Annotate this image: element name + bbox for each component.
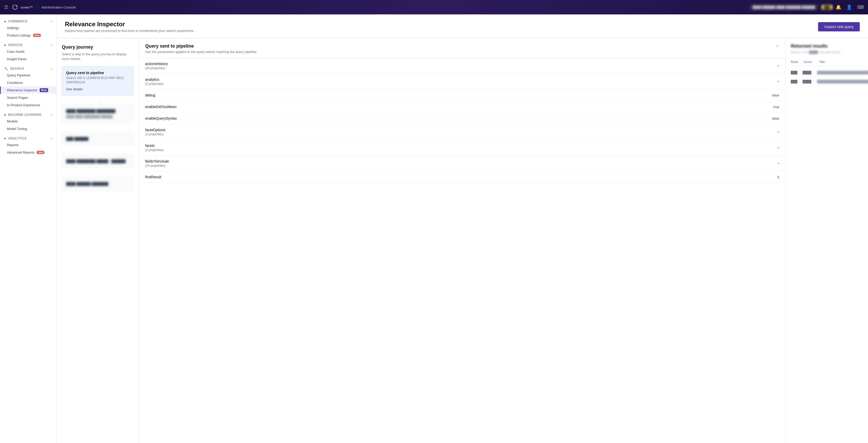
pipeline-row-facetOptions-name: facetOptions: [145, 128, 165, 132]
journey-card-blurred-4[interactable]: ████ ██████ ███████: [62, 177, 133, 191]
pipeline-row-enableQuerySyntax-left: enableQuerySyntax: [145, 116, 177, 121]
sidebar-section-machine-learning[interactable]: ● Machine Learning ▾: [0, 111, 56, 117]
journey-card-blurred-2[interactable]: ███ ██████: [62, 132, 133, 146]
hamburger-menu-icon[interactable]: ☰: [4, 4, 8, 10]
chevron-up-icon-search: ▴: [51, 67, 52, 70]
expand-actionsHistory-icon: ▾: [778, 64, 779, 68]
journey-arrow-2: ↓: [64, 126, 133, 131]
query-journey-subtitle: Select a step in the query journey to di…: [62, 52, 133, 61]
journey-arrow-4: ↓: [64, 171, 133, 176]
pipeline-row-fieldsToInclude[interactable]: fieldsToInclude (24 properties) ▾: [139, 156, 785, 171]
journey-card-blurred-2-title: ███ ██████: [66, 136, 129, 141]
sidebar-section-search-label: 🔍 Search: [4, 67, 24, 70]
expand-facetOptions-icon: ▾: [778, 130, 779, 134]
sidebar-item-case-assist-label: Case Assist: [7, 49, 25, 54]
pipeline-row-enableQuerySyntax-name: enableQuerySyntax: [145, 116, 177, 121]
nav-divider: [37, 4, 37, 10]
journey-card-blurred-1[interactable]: ████ ████████ ████████ ████ ████ ███████…: [62, 104, 133, 123]
pipeline-row-firstResult-name: firstResult: [145, 175, 161, 179]
pipeline-row-facets-right: ▾: [778, 146, 779, 149]
result-row-1[interactable]: ███ ████ ███████████████████████████████…: [791, 68, 863, 77]
pipeline-row-facetOptions-props: (1 properties): [145, 133, 165, 136]
sidebar-section-machine-learning-label: ● Machine Learning: [4, 113, 42, 116]
sidebar-section-search[interactable]: 🔍 Search ▴: [0, 65, 56, 71]
sidebar-item-conditions[interactable]: Conditions: [0, 79, 56, 87]
sidebar-item-in-product-experience[interactable]: In-Product Experience: [0, 101, 56, 109]
pipeline-row-analytics-right: ▾: [778, 80, 779, 83]
results-rank-header: Rank: [791, 60, 799, 64]
sidebar-item-search-pages[interactable]: Search Pages: [0, 94, 56, 101]
expand-fieldsToInclude-icon: ▾: [778, 162, 779, 165]
pipeline-close-icon[interactable]: ×: [776, 43, 779, 49]
relevance-inspector-beta-badge: Beta: [40, 88, 49, 92]
result-1-score: ████: [803, 71, 813, 74]
pipeline-row-actionsHistory[interactable]: actionsHistory (20 properties) ▾: [139, 58, 785, 74]
sidebar-section-commerce[interactable]: ● Commerce ▾: [0, 18, 56, 24]
journey-card-blurred-3[interactable]: ████ ████████ █████ - ██████: [62, 155, 133, 168]
three-column-layout: Query journey Select a step in the query…: [57, 38, 868, 443]
sidebar-item-query-pipelines[interactable]: Query Pipelines: [0, 71, 56, 79]
sidebar-item-models[interactable]: Models: [0, 117, 56, 125]
sidebar-item-advanced-reports-label: Advanced Reports: [7, 150, 34, 155]
sidebar-item-reports[interactable]: Reports: [0, 141, 56, 149]
pipeline-row-enableDidYouMean-name: enableDidYouMean: [145, 105, 177, 109]
pipeline-row-fieldsToInclude-props: (24 properties): [145, 164, 169, 168]
result-row-2[interactable]: ███ ████ ███████████████████████████████…: [791, 77, 863, 86]
pipeline-row-enableDidYouMean[interactable]: enableDidYouMean true: [139, 101, 785, 113]
coveo-logo-icon: [11, 4, 19, 11]
journey-card-blurred-3-title: ████ ████████ █████ - ██████: [66, 159, 129, 164]
pipeline-row-facetOptions[interactable]: facetOptions (1 properties) ▾: [139, 124, 785, 140]
sidebar-item-insight-panel[interactable]: Insight Panel: [0, 55, 56, 63]
console-label: Administration Console: [41, 5, 76, 9]
pipeline-row-enableQuerySyntax[interactable]: enableQuerySyntax false: [139, 113, 785, 124]
chevron-down-icon-ml: ▾: [51, 113, 52, 116]
nav-icons: 🔔 👤 ⌨: [836, 4, 864, 10]
see-details-link[interactable]: See details: [66, 87, 129, 91]
result-1-title: ███████████████████████████████████████: [817, 71, 868, 74]
terminal-icon[interactable]: ⌨: [857, 4, 864, 10]
sidebar-item-in-product-experience-label: In-Product Experience: [7, 103, 40, 107]
user-account-icon[interactable]: 👤: [846, 4, 852, 10]
pipeline-row-enableDidYouMean-right: true: [774, 105, 779, 109]
inspect-new-query-button[interactable]: Inspect new query: [818, 22, 860, 31]
journey-card-blurred-1-title: ████ ████████ ████████: [66, 109, 129, 114]
pipeline-row-actionsHistory-left: actionsHistory (20 properties): [145, 62, 168, 70]
pipeline-row-analytics[interactable]: analytics (5 properties) ▾: [139, 74, 785, 90]
sidebar-section-analytics[interactable]: ● Analytics ▾: [0, 135, 56, 141]
pipeline-row-fieldsToInclude-left: fieldsToInclude (24 properties): [145, 159, 169, 168]
journey-card-query-sent-subtitle: Search UID is 12345678-9123-4567-8912-34…: [66, 76, 129, 84]
notifications-icon[interactable]: 🔔: [836, 4, 841, 10]
pipeline-row-facets[interactable]: facets (2 properties) ▾: [139, 140, 785, 156]
sidebar-section-service[interactable]: ● Service ▾: [0, 41, 56, 48]
sidebar-item-case-assist[interactable]: Case Assist: [0, 48, 56, 55]
pipeline-row-debug-left: debug: [145, 93, 155, 97]
results-title: Returned results: [791, 43, 863, 49]
pipeline-row-actionsHistory-props: (20 properties): [145, 66, 168, 70]
pipeline-header-left: Query sent to pipeline See the parameter…: [145, 43, 257, 54]
sidebar-item-model-tuning-label: Model Tuning: [7, 127, 27, 131]
pipeline-row-analytics-name: analytics: [145, 77, 163, 81]
pipeline-row-actionsHistory-right: ▾: [778, 64, 779, 68]
pipeline-row-firstResult[interactable]: firstResult 0: [139, 171, 785, 183]
journey-card-query-sent[interactable]: Query sent to pipeline Search UID is 123…: [62, 66, 133, 96]
expand-analytics-icon: ▾: [778, 80, 779, 83]
sidebar-item-model-tuning[interactable]: Model Tuning: [0, 125, 56, 133]
page-header-left: Relevance Inspector Inspect how queries …: [65, 21, 194, 33]
pipeline-row-analytics-props: (5 properties): [145, 82, 163, 86]
sidebar-item-settings[interactable]: Settings: [0, 24, 56, 32]
sidebar-item-advanced-reports[interactable]: Advanced Reports new: [0, 149, 56, 156]
result-2-title: ███████████████████████████████████████: [817, 80, 868, 83]
sidebar-section-commerce-label: ● Commerce: [4, 20, 28, 23]
pipeline-row-enableDidYouMean-left: enableDidYouMean: [145, 105, 177, 109]
pipeline-title: Query sent to pipeline: [145, 43, 257, 49]
sidebar-item-models-label: Models: [7, 120, 18, 123]
sidebar-item-product-listings[interactable]: Product Listings new: [0, 32, 56, 39]
results-score-header: Score: [804, 60, 814, 64]
pipeline-row-debug[interactable]: debug false: [139, 90, 785, 101]
journey-card-query-sent-title: Query sent to pipeline: [66, 71, 129, 75]
sidebar-item-query-pipelines-label: Query Pipelines: [7, 73, 31, 77]
results-subtitle: Result 1-3 of ████ returned results: [791, 50, 863, 54]
sidebar-item-relevance-inspector[interactable]: Relevance Inspector Beta: [0, 87, 56, 94]
main-content: Relevance Inspector Inspect how queries …: [57, 14, 868, 443]
org-selector[interactable]: ████ ██████ ████ ███████ ██████: [750, 4, 818, 10]
